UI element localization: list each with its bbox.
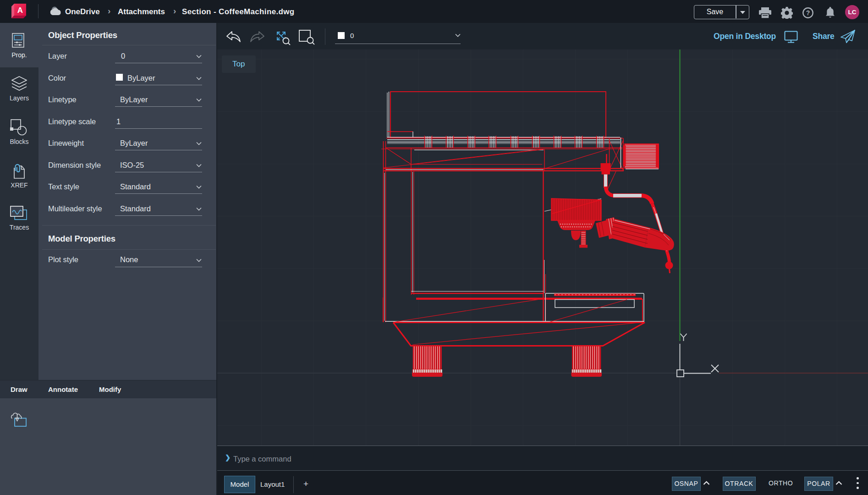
svg-text:?: ?	[806, 9, 810, 16]
svg-text:A: A	[17, 6, 23, 15]
